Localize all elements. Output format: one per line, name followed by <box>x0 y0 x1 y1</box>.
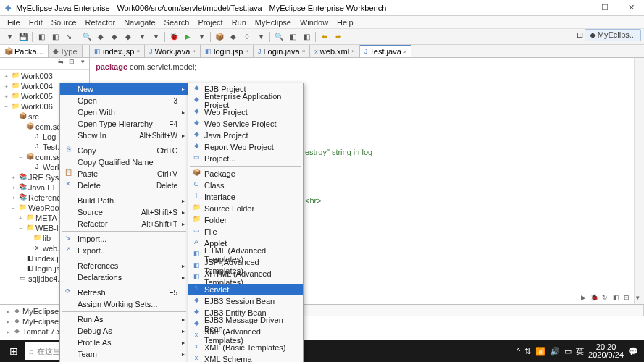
menu-item[interactable]: Show InAlt+Shift+W▸ <box>60 130 188 141</box>
menu-item[interactable]: 📋PasteCtrl+V <box>60 168 188 180</box>
menu-item[interactable]: ◆Web Service Project <box>188 118 303 130</box>
link-editor-icon[interactable]: ⊟ <box>67 58 77 69</box>
servers-tool-icon[interactable]: 🐞 <box>589 294 599 304</box>
tool-icon[interactable]: ◧ <box>286 30 299 43</box>
tree-node[interactable]: +📁Work003 <box>0 71 89 81</box>
view-menu-icon[interactable]: ▾ <box>78 58 88 69</box>
perspective-myeclipse[interactable]: ◆ MyEclips... <box>585 29 641 41</box>
menu-refactor[interactable]: Refactor <box>81 18 120 27</box>
menu-window[interactable]: Window <box>296 18 333 27</box>
menu-item[interactable]: SourceAlt+Shift+S▸ <box>60 206 188 218</box>
nav-back-button[interactable]: ⬅ <box>318 30 331 43</box>
menu-item[interactable]: ↘Import... <box>60 233 188 245</box>
tab-type-hierarchy[interactable]: ◆ Type <box>49 45 83 57</box>
menu-item[interactable]: ◆Enterprise Application Project <box>188 95 303 106</box>
servers-tool-icon[interactable]: ↻ <box>600 294 610 304</box>
tool-icon[interactable]: ▾ <box>254 30 267 43</box>
editor-tab[interactable]: JLogin.java× <box>254 45 310 57</box>
menu-item[interactable]: xXML (Basic Templates) <box>188 342 303 353</box>
editor-tab[interactable]: ◧index.jsp× <box>90 45 145 57</box>
editor-tab[interactable]: ◧login.jsp× <box>201 45 254 57</box>
menu-item[interactable]: Run As▸ <box>60 313 188 325</box>
minimize-button[interactable]: — <box>569 2 589 14</box>
tool-icon[interactable]: ◆ <box>108 30 121 43</box>
menu-item[interactable]: References▸ <box>60 260 188 272</box>
editor-tab[interactable]: xweb.xml× <box>310 45 360 57</box>
menu-item[interactable]: 📁Folder <box>188 214 303 226</box>
editor-tab[interactable]: JWork.java× <box>145 45 201 57</box>
open-perspective-button[interactable]: ⊞ <box>577 30 583 40</box>
collapse-all-icon[interactable]: ⇆ <box>56 58 66 69</box>
menu-item[interactable]: Open Type HierarchyF4 <box>60 118 188 130</box>
tool-icon[interactable]: ▾ <box>135 30 149 43</box>
tray-network-icon[interactable]: ⇅ <box>524 347 531 356</box>
maximize-button[interactable]: ☐ <box>595 2 615 14</box>
menu-search[interactable]: Search <box>160 18 194 27</box>
servers-tool-icon[interactable]: ◧ <box>611 294 621 304</box>
tray-wifi-icon[interactable]: 📶 <box>535 347 545 356</box>
menu-item[interactable]: CClass <box>188 180 303 191</box>
menu-item[interactable]: Copy Qualified Name <box>60 156 188 168</box>
menu-help[interactable]: Help <box>333 18 358 27</box>
nav-fwd-button[interactable]: ➡ <box>332 30 345 43</box>
menu-item[interactable]: ◆Report Web Project <box>188 141 303 153</box>
menu-item[interactable]: ✕DeleteDelete <box>60 180 188 191</box>
tab-package-explorer[interactable]: 📦 Packa... <box>0 45 49 57</box>
servers-tool-icon[interactable]: ▾ <box>632 294 643 304</box>
menu-source[interactable]: Source <box>47 18 81 27</box>
menu-item[interactable]: Assign Working Sets... <box>60 298 188 310</box>
run-button[interactable]: ▶ <box>181 30 194 43</box>
menu-item[interactable]: 📁Source Folder <box>188 203 303 214</box>
menu-item[interactable]: ↗Export... <box>60 245 188 256</box>
menu-item[interactable]: xXML Schema <box>188 353 303 362</box>
menu-item[interactable]: Team▸ <box>60 348 188 360</box>
menu-item[interactable]: Declarations▸ <box>60 272 188 283</box>
menu-item[interactable]: ◆Java Project <box>188 130 303 141</box>
servers-tool-icon[interactable]: ⊟ <box>622 294 632 304</box>
notifications-icon[interactable]: 💬 <box>628 347 638 356</box>
menu-myeclipse[interactable]: MyEclipse <box>251 18 296 27</box>
menu-run[interactable]: Run <box>227 18 251 27</box>
save-button[interactable]: 💾 <box>17 30 30 43</box>
tool-icon[interactable]: ◊ <box>241 30 254 43</box>
clock[interactable]: 20:20 2020/9/24 <box>588 343 624 359</box>
tray-up-icon[interactable]: ^ <box>517 347 520 355</box>
menu-item[interactable]: ▭Project... <box>188 153 303 164</box>
menu-navigate[interactable]: Navigate <box>120 18 159 27</box>
tool-icon[interactable]: 🔍 <box>80 30 93 43</box>
menu-item[interactable]: New▸ <box>60 83 188 95</box>
debug-button[interactable]: 🐞 <box>167 30 180 43</box>
menu-file[interactable]: File <box>3 18 25 27</box>
tray-battery-icon[interactable]: ▭ <box>564 347 572 356</box>
menu-item[interactable]: Build Path▸ <box>60 195 188 206</box>
search-button[interactable]: 🔍 <box>272 30 285 43</box>
menu-item[interactable]: ◆Web Project <box>188 106 303 118</box>
start-button[interactable]: ⊞ <box>3 340 25 362</box>
menu-project[interactable]: Project <box>193 18 227 27</box>
servers-tool-icon[interactable]: ▶ <box>578 294 588 304</box>
editor-scrollbar[interactable] <box>634 58 644 304</box>
menu-item[interactable]: ◆EJB3 Session Bean <box>188 295 303 307</box>
menu-item[interactable]: ◧XHTML (Advanced Templates) <box>188 272 303 284</box>
tool-icon[interactable]: 📦 <box>213 30 226 43</box>
ime-indicator[interactable]: 英 <box>576 346 584 357</box>
menu-item[interactable]: ⎘CopyCtrl+C <box>60 145 188 156</box>
menu-item[interactable]: ⟳RefreshF5 <box>60 287 188 298</box>
menu-item[interactable]: IInterface <box>188 191 303 203</box>
tool-icon[interactable]: ◧ <box>35 30 48 43</box>
tool-icon[interactable]: ◧ <box>300 30 313 43</box>
menu-item[interactable]: Profile As▸ <box>60 337 188 348</box>
menu-item[interactable]: ▭File <box>188 226 303 237</box>
tray-sound-icon[interactable]: 🔊 <box>550 347 560 356</box>
new-button[interactable]: ▾ <box>3 30 16 43</box>
tool-icon[interactable]: ◆ <box>227 30 240 43</box>
tool-icon[interactable]: ◆ <box>122 30 135 43</box>
menu-item[interactable]: SServlet <box>188 284 303 295</box>
editor-tab[interactable]: JTest.java× <box>360 45 412 57</box>
tool-icon[interactable]: ◆ <box>94 30 107 43</box>
close-button[interactable]: ✕ <box>621 2 641 14</box>
menu-item[interactable]: xXML (Advanced Templates) <box>188 330 303 342</box>
menu-edit[interactable]: Edit <box>25 18 47 27</box>
tool-icon[interactable]: ◧ <box>49 30 62 43</box>
tool-icon[interactable]: ▾ <box>195 30 208 43</box>
